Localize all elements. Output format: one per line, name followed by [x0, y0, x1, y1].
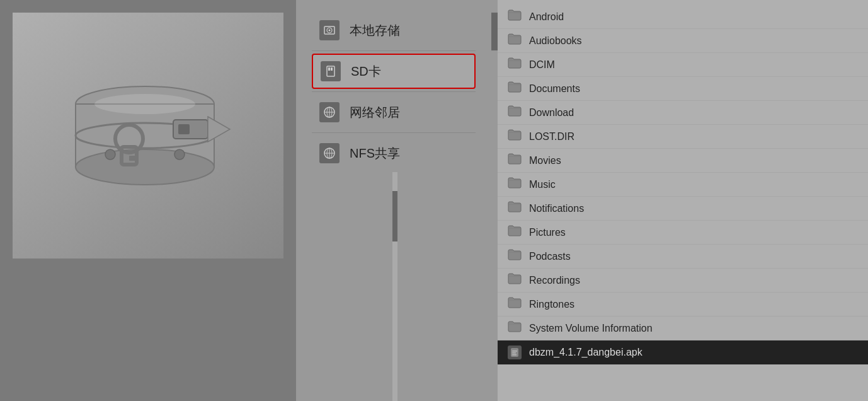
svg-point-15: [329, 30, 331, 32]
folder-icon-pictures: [508, 225, 522, 240]
svg-point-5: [105, 149, 115, 160]
folder-name-ringtones: Ringtones: [529, 299, 574, 310]
apk-name: dbzm_4.1.7_dangbei.apk: [529, 347, 642, 358]
menu-icon-sd: [321, 61, 341, 81]
folder-icon-download: [508, 105, 522, 120]
middle-panel: 本地存储SD卡网络邻居NFS共享: [296, 0, 491, 401]
right-panel: AndroidAudiobooksDCIMDocumentsDownloadLO…: [491, 0, 868, 401]
menu-divider-2: [312, 132, 476, 133]
menu-item-local[interactable]: 本地存储: [312, 13, 476, 48]
svg-rect-30: [512, 354, 517, 356]
folder-item-systemvolume[interactable]: System Volume Information: [498, 317, 868, 340]
right-scrollbar[interactable]: [491, 0, 498, 401]
svg-rect-28: [512, 351, 517, 352]
folder-item-recordings[interactable]: Recordings: [498, 269, 868, 293]
middle-scrollbar[interactable]: [392, 172, 397, 401]
folder-name-movies: Movies: [529, 155, 561, 166]
menu-item-network[interactable]: 网络邻居: [312, 95, 476, 130]
folder-icon-music: [508, 177, 522, 192]
menu-icon-nfs: [319, 143, 340, 163]
apk-icon: [508, 346, 522, 359]
menu-icon-local: [319, 20, 340, 40]
svg-marker-9: [208, 117, 230, 142]
svg-point-2: [76, 149, 214, 185]
folder-name-documents: Documents: [529, 83, 580, 95]
menu-divider-1: [312, 91, 476, 92]
folder-item-dcim[interactable]: DCIM: [498, 53, 868, 77]
storage-icon-box: [13, 13, 283, 259]
folder-icon-notifications: [508, 201, 522, 216]
folder-name-systemvolume: System Volume Information: [529, 323, 653, 334]
svg-rect-8: [178, 124, 190, 134]
menu-label-network: 网络邻居: [350, 104, 400, 121]
middle-scroll-thumb[interactable]: [392, 191, 397, 241]
folder-icon-movies: [508, 153, 522, 168]
folder-name-recordings: Recordings: [529, 275, 580, 286]
menu-item-sd[interactable]: SD卡: [312, 54, 476, 89]
folder-name-android: Android: [529, 11, 564, 23]
folder-name-dcim: DCIM: [529, 59, 555, 71]
folder-name-music: Music: [529, 179, 556, 190]
folder-item-documents[interactable]: Documents: [498, 77, 868, 101]
menu-icon-network: [319, 102, 340, 122]
folder-item-podcasts[interactable]: Podcasts: [498, 245, 868, 269]
svg-rect-18: [331, 67, 333, 71]
folder-item-music[interactable]: Music: [498, 173, 868, 197]
right-scroll-thumb[interactable]: [491, 13, 498, 50]
svg-point-4: [94, 94, 195, 114]
storage-icon: [47, 47, 249, 224]
folder-item-android[interactable]: Android: [498, 5, 868, 29]
folder-icon-documents: [508, 81, 522, 96]
folder-name-podcasts: Podcasts: [529, 251, 571, 262]
menu-label-nfs: NFS共享: [350, 145, 400, 162]
folder-icon-systemvolume: [508, 321, 522, 335]
svg-point-6: [174, 149, 185, 160]
folder-name-pictures: Pictures: [529, 227, 566, 238]
folder-item-movies[interactable]: Movies: [498, 149, 868, 173]
folder-icon-dcim: [508, 57, 522, 72]
folder-item-notifications[interactable]: Notifications: [498, 197, 868, 221]
menu-item-nfs[interactable]: NFS共享: [312, 136, 476, 171]
folder-name-notifications: Notifications: [529, 203, 584, 214]
folder-icon-audiobooks: [508, 33, 522, 48]
svg-rect-17: [328, 67, 330, 71]
folder-icon-android: [508, 9, 522, 24]
folder-name-lostdir: LOST.DIR: [529, 131, 574, 142]
folder-icon-podcasts: [508, 249, 522, 264]
folder-icon-ringtones: [508, 297, 522, 311]
folder-item-pictures[interactable]: Pictures: [498, 221, 868, 245]
menu-label-sd: SD卡: [351, 63, 381, 80]
folder-list: AndroidAudiobooksDCIMDocumentsDownloadLO…: [498, 0, 868, 401]
svg-rect-12: [129, 156, 135, 161]
svg-rect-29: [512, 352, 516, 354]
folder-icon-recordings: [508, 273, 522, 288]
svg-rect-16: [327, 66, 334, 76]
folder-item-audiobooks[interactable]: Audiobooks: [498, 29, 868, 53]
folder-item-apk[interactable]: dbzm_4.1.7_dangbei.apk: [498, 340, 868, 364]
folder-name-download: Download: [529, 107, 574, 119]
menu-divider-0: [312, 50, 476, 51]
folder-name-audiobooks: Audiobooks: [529, 35, 582, 47]
folder-icon-lostdir: [508, 129, 522, 144]
folder-item-lostdir[interactable]: LOST.DIR: [498, 125, 868, 149]
left-panel: [0, 0, 296, 401]
folder-item-download[interactable]: Download: [498, 101, 868, 125]
menu-label-local: 本地存储: [350, 22, 400, 39]
folder-item-ringtones[interactable]: Ringtones: [498, 293, 868, 317]
